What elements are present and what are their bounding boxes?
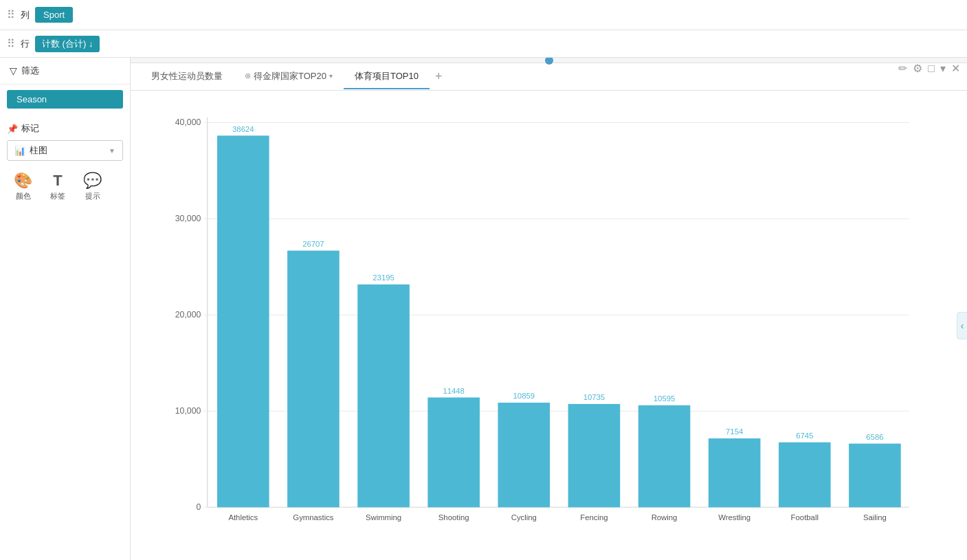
toolbar-row1: ⠿ 列 Sport — [0, 0, 967, 30]
toolbar-row-section: ⠿ 行 计数 (合计) ↓ — [7, 36, 100, 52]
svg-text:40,000: 40,000 — [175, 117, 201, 127]
svg-text:Wrestling: Wrestling — [718, 513, 751, 522]
svg-text:11448: 11448 — [443, 387, 465, 395]
svg-text:10,000: 10,000 — [175, 406, 201, 416]
main-layout: ▽ 筛选 Season 📌 标记 📊 柱图 ▼ — [0, 58, 967, 560]
tabs-bar: 男女性运动员数量 ⊗ 得金牌国家TOP20 ▾ 体育项目TOP10 + — [131, 63, 967, 91]
pin-icon: 📌 — [7, 124, 18, 134]
svg-text:38624: 38624 — [232, 125, 254, 133]
svg-text:6586: 6586 — [866, 433, 883, 441]
tab-add-button[interactable]: + — [430, 69, 448, 84]
tab-sports-top10[interactable]: 体育项目TOP10 — [344, 65, 430, 89]
tooltip-label: 提示 — [85, 191, 100, 201]
label-icon: T — [53, 172, 62, 190]
top-right-icons: ✏ ⚙ □ ▾ ✕ — [898, 62, 960, 75]
bar-athletics[interactable] — [217, 135, 269, 507]
svg-text:Football: Football — [791, 513, 819, 522]
filter-icon: ▽ — [10, 65, 17, 76]
svg-text:6745: 6745 — [796, 432, 813, 440]
svg-text:30,000: 30,000 — [175, 214, 201, 223]
tab-athletes[interactable]: 男女性运动员数量 — [140, 65, 234, 89]
col-label: 列 — [21, 9, 30, 21]
color-icon: 🎨 — [14, 172, 32, 190]
marks-section: 📌 标记 📊 柱图 ▼ 🎨 颜色 T — [0, 114, 130, 210]
sport-pill[interactable]: Sport — [35, 7, 73, 23]
season-pill[interactable]: Season — [7, 90, 123, 109]
expand-icon[interactable]: □ — [928, 63, 935, 75]
tab-medals[interactable]: ⊗ 得金牌国家TOP20 ▾ — [234, 65, 344, 89]
chart-type-dropdown[interactable]: 📊 柱图 ▼ — [7, 140, 123, 161]
row-label: 行 — [21, 38, 30, 50]
svg-text:26707: 26707 — [302, 240, 324, 248]
bar-chart: 0 10,000 20,000 30,000 40,000 — [144, 104, 946, 546]
close-icon[interactable]: ✕ — [951, 62, 960, 75]
svg-text:23195: 23195 — [373, 273, 394, 282]
color-label: 颜色 — [16, 191, 31, 201]
chart-container: 0 10,000 20,000 30,000 40,000 — [131, 91, 967, 560]
svg-text:0: 0 — [196, 502, 201, 512]
svg-text:Fencing: Fencing — [580, 513, 608, 522]
filter-section: ▽ 筛选 — [0, 58, 130, 85]
bar-cycling[interactable] — [498, 403, 550, 507]
content-area: ✏ ⚙ □ ▾ ✕ 男女性运动员数量 ⊗ 得金牌国家TOP20 ▾ 体育项目TO… — [131, 58, 967, 560]
marks-label: 标记 — [21, 122, 39, 135]
bar-sailing[interactable] — [849, 444, 901, 508]
svg-text:Sailing: Sailing — [863, 513, 887, 522]
svg-text:Rowing: Rowing — [652, 513, 678, 522]
color-button[interactable]: 🎨 颜色 — [7, 168, 39, 205]
toolbar-row2: ⠿ 行 计数 (合计) ↓ — [0, 30, 967, 58]
svg-text:10595: 10595 — [654, 394, 676, 403]
side-expand-arrow[interactable]: ‹ — [957, 312, 967, 339]
col-drag-icon[interactable]: ⠿ — [7, 8, 15, 21]
bar-chart-icon: 📊 — [14, 146, 25, 156]
tooltip-icon: 💬 — [83, 172, 102, 190]
svg-text:7154: 7154 — [726, 427, 743, 436]
sidebar: ▽ 筛选 Season 📌 标记 📊 柱图 ▼ — [0, 58, 131, 560]
app-container: ⠿ 列 Sport ⠿ 行 计数 (合计) ↓ ▽ 筛选 Season 📌 标记 — [0, 0, 967, 560]
tab-close-icon-medal[interactable]: ⊗ — [245, 71, 251, 80]
bar-gymnastics[interactable] — [287, 251, 340, 508]
marks-buttons: 🎨 颜色 T 标签 💬 提示 — [7, 168, 123, 205]
settings-icon[interactable]: ⚙ — [913, 62, 922, 75]
edit-icon[interactable]: ✏ — [898, 62, 907, 75]
bar-rowing[interactable] — [638, 405, 691, 507]
chart-type-display: 📊 柱图 — [14, 144, 47, 157]
svg-text:Gymnastics: Gymnastics — [293, 513, 334, 522]
filter-label: 筛选 — [21, 65, 39, 77]
label-label: 标签 — [50, 191, 65, 201]
more-icon[interactable]: ▾ — [940, 62, 946, 75]
tab-dropdown-icon[interactable]: ▾ — [329, 72, 333, 80]
count-pill[interactable]: 计数 (合计) ↓ — [35, 36, 100, 52]
row-drag-icon[interactable]: ⠿ — [7, 37, 15, 50]
bar-swimming[interactable] — [357, 284, 410, 507]
bar-fencing[interactable] — [568, 404, 621, 507]
svg-text:Cycling: Cycling — [511, 513, 537, 522]
svg-text:10859: 10859 — [513, 392, 535, 400]
svg-text:Shooting: Shooting — [438, 513, 469, 522]
svg-text:Swimming: Swimming — [366, 513, 401, 522]
svg-text:Athletics: Athletics — [228, 513, 258, 522]
chart-type-label: 柱图 — [30, 144, 47, 157]
toolbar-col-section: ⠿ 列 Sport — [7, 7, 73, 23]
tooltip-button[interactable]: 💬 提示 — [76, 168, 109, 205]
scroll-bar[interactable] — [131, 58, 967, 63]
bar-wrestling[interactable] — [709, 438, 761, 507]
svg-text:10735: 10735 — [583, 393, 605, 401]
label-button[interactable]: T 标签 — [43, 168, 72, 205]
bar-shooting[interactable] — [427, 397, 480, 507]
bar-football[interactable] — [779, 443, 831, 508]
dropdown-chevron-icon: ▼ — [109, 147, 115, 155]
marks-title: 📌 标记 — [7, 122, 123, 135]
svg-text:20,000: 20,000 — [175, 310, 201, 320]
